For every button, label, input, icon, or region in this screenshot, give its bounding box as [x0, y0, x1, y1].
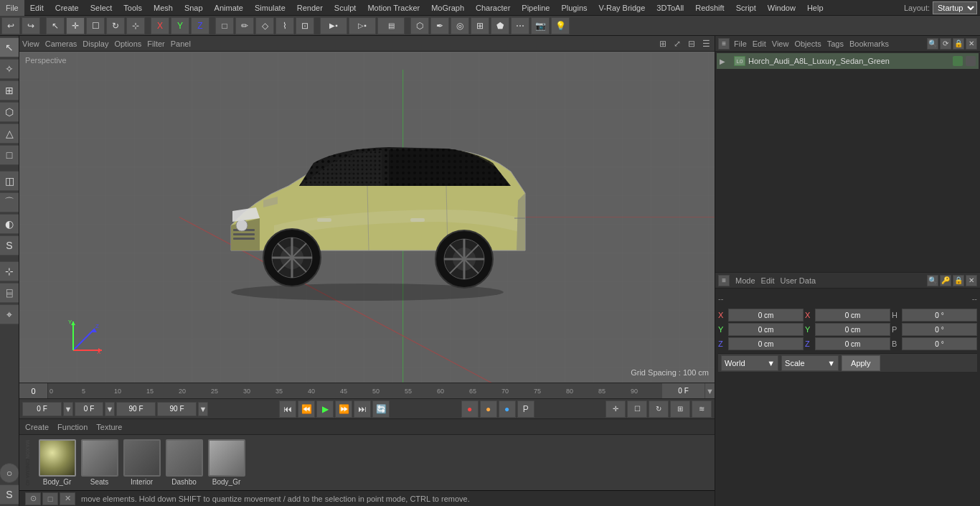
om-icon1[interactable]: ≡: [718, 38, 730, 50]
om-menu-objects[interactable]: Objects: [794, 39, 821, 48]
transport-cycle[interactable]: 🔄: [372, 400, 390, 418]
om-menu-file[interactable]: File: [734, 39, 747, 48]
redo-button[interactable]: ↪: [22, 17, 40, 34]
mat-menu-create[interactable]: Create: [25, 423, 49, 431]
transport-end-spin[interactable]: ▼: [198, 402, 208, 416]
om-menu-view[interactable]: View: [772, 39, 789, 48]
vp-menu-options[interactable]: Options: [114, 39, 141, 48]
camera-button[interactable]: ⊡: [296, 17, 314, 34]
transport-auto-key[interactable]: P: [517, 400, 534, 418]
timeline-current-frame[interactable]: 0 F: [661, 383, 705, 399]
menu-edit[interactable]: Edit: [24, 0, 50, 16]
attr-menu-mode[interactable]: Mode: [735, 276, 755, 285]
attr-menu-userdata[interactable]: User Data: [781, 276, 816, 285]
left-btn-mode6[interactable]: □: [0, 145, 19, 165]
b-field[interactable]: 0 °: [902, 337, 977, 350]
transport-current-spin[interactable]: ▼: [105, 402, 115, 416]
viewport-canvas[interactable]: Perspective: [19, 52, 715, 383]
y-rot-field[interactable]: 0 cm: [815, 323, 890, 336]
cube-button[interactable]: □: [215, 17, 234, 34]
menu-tools[interactable]: Tools: [118, 0, 148, 16]
menu-render[interactable]: Render: [291, 0, 329, 16]
menu-help[interactable]: Help: [801, 0, 829, 16]
transport-scale-mode[interactable]: ☐: [627, 400, 647, 418]
menu-create[interactable]: Create: [50, 0, 85, 16]
transport-grid-btn[interactable]: ⊞: [670, 400, 690, 418]
transport-start-spin[interactable]: ▼: [63, 402, 73, 416]
vp-menu-view[interactable]: View: [22, 39, 39, 48]
status-icon1[interactable]: ⊙: [25, 492, 41, 505]
deform-button[interactable]: ⌇: [275, 17, 294, 34]
world-dropdown[interactable]: World ▼: [721, 355, 778, 371]
left-btn-snap[interactable]: ◫: [0, 171, 19, 191]
top-btn1[interactable]: ⬡: [410, 17, 429, 34]
material-item-seats[interactable]: Seats: [80, 439, 119, 486]
object-item-car[interactable]: ▶ L0 Horch_Audi_A8L_Luxury_Sedan_Green: [717, 53, 979, 69]
timeline-scroll-right[interactable]: ▼: [705, 383, 715, 399]
material-item-interior[interactable]: Interior: [122, 439, 161, 486]
menu-motion-tracker[interactable]: Motion Tracker: [362, 0, 425, 16]
transport-play[interactable]: ▶: [316, 400, 334, 418]
menu-select[interactable]: Select: [85, 0, 118, 16]
top-btn4[interactable]: ⊞: [471, 17, 489, 34]
material-item-dashboard[interactable]: Dashbo: [164, 439, 204, 486]
x-rot-field[interactable]: 0 cm: [815, 309, 890, 322]
attr-close-icon[interactable]: ✕: [966, 275, 977, 286]
vp-icon-menu[interactable]: ☰: [700, 38, 712, 50]
select-tool-button[interactable]: ↖: [46, 17, 65, 34]
p-field[interactable]: 0 °: [902, 323, 977, 336]
status-icon2[interactable]: □: [42, 492, 58, 505]
menu-sculpt[interactable]: Sculpt: [329, 0, 362, 16]
menu-3dtoall[interactable]: 3DToAll: [651, 0, 689, 16]
move-tool-button[interactable]: ✛: [66, 17, 85, 34]
menu-window[interactable]: Window: [762, 0, 801, 16]
attr-key-icon[interactable]: 🔑: [940, 275, 951, 286]
menu-character[interactable]: Character: [470, 0, 516, 16]
transport-step-back[interactable]: ⏪: [298, 400, 315, 418]
left-btn-mode5[interactable]: △: [0, 123, 19, 144]
pen-button[interactable]: ✏: [235, 17, 254, 34]
obj-visibility-dot1[interactable]: [953, 56, 963, 66]
transport-curve-btn[interactable]: ≋: [692, 400, 712, 418]
layout-dropdown[interactable]: Startup: [933, 1, 977, 14]
om-refresh-icon[interactable]: ⟳: [940, 38, 951, 50]
material-item-body2[interactable]: Body_Gr: [207, 439, 246, 486]
y-pos-field[interactable]: 0 cm: [728, 323, 804, 336]
apply-button[interactable]: Apply: [842, 355, 880, 371]
rotate-tool-button[interactable]: ↻: [106, 17, 125, 34]
menu-simulate[interactable]: Simulate: [249, 0, 291, 16]
attr-menu-edit[interactable]: Edit: [761, 276, 775, 285]
left-btn-mode2[interactable]: ✧: [0, 59, 19, 79]
z-pos-field[interactable]: 0 cm: [728, 337, 804, 350]
vp-menu-display[interactable]: Display: [83, 39, 108, 48]
menu-plugins[interactable]: Plugins: [555, 0, 593, 16]
transport-record-scale[interactable]: ●: [499, 400, 516, 418]
top-btn3[interactable]: ◎: [451, 17, 469, 34]
menu-mograph[interactable]: MoGraph: [425, 0, 470, 16]
obj-expand-arrow[interactable]: ▶: [720, 57, 731, 65]
menu-pipeline[interactable]: Pipeline: [516, 0, 555, 16]
menu-snap[interactable]: Snap: [179, 0, 209, 16]
scale-dropdown[interactable]: Scale ▼: [781, 355, 839, 371]
left-btn-spline[interactable]: ⌒: [0, 192, 19, 212]
left-btn-sculpt2[interactable]: S: [0, 235, 19, 256]
om-lock-icon[interactable]: 🔒: [953, 38, 964, 50]
top-btn5[interactable]: ⬟: [491, 17, 509, 34]
left-btn-mode1[interactable]: ↖: [0, 37, 19, 57]
vp-menu-panel[interactable]: Panel: [171, 39, 191, 48]
left-btn-paint[interactable]: ◐: [0, 214, 19, 234]
z-axis-button[interactable]: Z: [191, 17, 209, 34]
left-btn-axis[interactable]: ⊹: [0, 261, 19, 281]
transform-tool-button[interactable]: ⊹: [126, 17, 145, 34]
transport-go-end[interactable]: ⏭: [354, 400, 371, 418]
transport-start-field[interactable]: 0 F: [22, 402, 62, 416]
om-search-icon[interactable]: 🔍: [927, 38, 938, 50]
top-btn8[interactable]: 💡: [551, 17, 570, 34]
timeline-ruler[interactable]: 0 5 10 15 20 25 30 35 40 45 50 55 60 65 …: [48, 383, 661, 399]
vp-icon-lock[interactable]: ⊟: [686, 38, 697, 50]
mat-menu-texture[interactable]: Texture: [96, 423, 122, 431]
menu-redshift[interactable]: Redshift: [689, 0, 730, 16]
nurbs-button[interactable]: ◇: [255, 17, 274, 34]
vp-menu-cameras[interactable]: Cameras: [45, 39, 77, 48]
left-btn-mode4[interactable]: ⬡: [0, 102, 19, 122]
